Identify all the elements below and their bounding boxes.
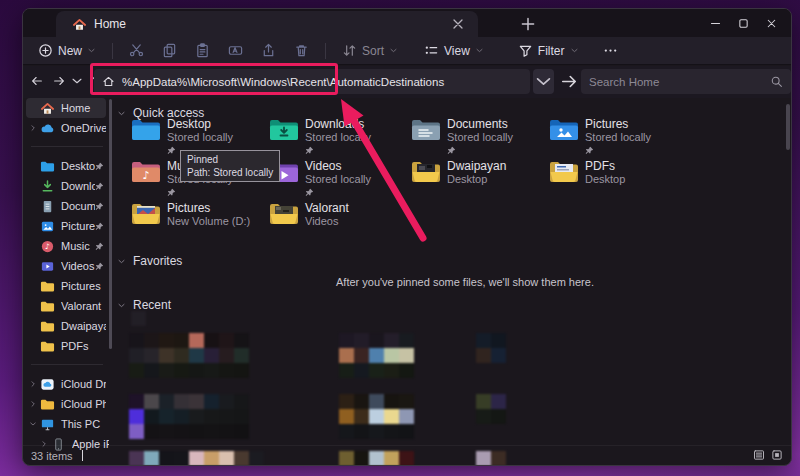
section-favorites[interactable]: Favorites bbox=[117, 254, 182, 268]
content-scrollbar[interactable] bbox=[786, 104, 790, 150]
sidebar-item-onedrive[interactable]: OneDrive bbox=[26, 118, 106, 138]
forward-button[interactable] bbox=[49, 70, 69, 92]
address-bar[interactable]: %AppData%\Microsoft\Windows\Recent\Autom… bbox=[94, 69, 530, 94]
tile-valorant[interactable]: ValorantVideos bbox=[269, 201, 401, 243]
tab-close-icon[interactable] bbox=[450, 16, 466, 32]
tile-documents[interactable]: DocumentsStored locally bbox=[411, 117, 543, 159]
sidebar-item-pictures[interactable]: Pictures bbox=[26, 276, 106, 296]
blurred-pixel bbox=[399, 333, 414, 348]
sidebar-item-pictures[interactable]: Pictures bbox=[26, 216, 106, 236]
sidebar-item-home[interactable]: Home bbox=[26, 98, 106, 118]
blurred-pixel bbox=[234, 409, 249, 424]
paste-button[interactable] bbox=[186, 39, 219, 63]
blurred-pixel bbox=[159, 409, 174, 424]
toolbar-separator bbox=[325, 43, 326, 59]
home-breadcrumb-icon bbox=[102, 75, 115, 88]
recent-locations-button[interactable] bbox=[70, 70, 84, 92]
blurred-pixel bbox=[189, 348, 204, 363]
cut-button[interactable] bbox=[120, 39, 153, 63]
sidebar-item-this-pc[interactable]: This PC bbox=[26, 414, 106, 434]
command-bar: New Sort View Filter bbox=[23, 37, 791, 65]
toolbar-separator bbox=[112, 43, 113, 59]
section-recent[interactable]: Recent bbox=[117, 298, 171, 312]
view-button[interactable]: View bbox=[415, 39, 493, 63]
blurred-pixel bbox=[204, 363, 219, 378]
pin-icon bbox=[167, 146, 176, 155]
sidebar-item-desktop[interactable]: Desktop bbox=[26, 156, 106, 176]
tile-downloads[interactable]: DownloadsStored locally bbox=[269, 117, 401, 159]
chevron-spacer bbox=[29, 222, 37, 230]
filter-button[interactable]: Filter bbox=[509, 39, 588, 63]
videos-play-icon bbox=[40, 259, 55, 274]
view-icon bbox=[424, 43, 439, 58]
pin-icon bbox=[95, 242, 104, 251]
tile-subtitle: Stored locally bbox=[305, 131, 371, 143]
tile-pictures[interactable]: PicturesStored locally bbox=[549, 117, 681, 159]
back-button[interactable] bbox=[27, 70, 47, 92]
minimize-button[interactable] bbox=[701, 11, 729, 35]
rename-icon bbox=[228, 43, 243, 58]
tile-name: Pictures bbox=[167, 201, 210, 215]
blurred-pixel bbox=[369, 424, 384, 439]
sort-button[interactable]: Sort bbox=[333, 39, 407, 63]
rename-button[interactable] bbox=[219, 39, 252, 63]
copy-button[interactable] bbox=[153, 39, 186, 63]
tile-videos[interactable]: VideosStored locally bbox=[269, 159, 401, 201]
sidebar-item-icloud-drive[interactable]: iCloud Drive bbox=[26, 374, 106, 394]
sidebar-item-videos[interactable]: Videos bbox=[26, 256, 106, 276]
new-tab-button[interactable] bbox=[519, 15, 537, 33]
cut-icon bbox=[129, 43, 144, 58]
chevron-right-icon[interactable] bbox=[29, 400, 37, 408]
sidebar-item-label: Pictures bbox=[61, 280, 106, 292]
sidebar-item-label: Downloads bbox=[61, 180, 95, 192]
tile-pdfs[interactable]: PDFsDesktop bbox=[549, 159, 681, 201]
details-view-toggle[interactable] bbox=[753, 449, 765, 461]
sidebar-scrollbar[interactable] bbox=[109, 99, 112, 349]
folder-yellow-icon bbox=[40, 339, 55, 354]
go-button[interactable] bbox=[559, 69, 579, 94]
sidebar-item-pdfs[interactable]: PDFs bbox=[26, 336, 106, 356]
chevron-right-icon[interactable] bbox=[29, 380, 37, 388]
new-button[interactable]: New bbox=[29, 39, 105, 63]
share-icon bbox=[261, 43, 276, 58]
search-input[interactable] bbox=[589, 76, 770, 88]
tile-subtitle: Videos bbox=[305, 215, 338, 227]
tab-home[interactable]: Home bbox=[56, 11, 478, 37]
address-path: %AppData%\Microsoft\Windows\Recent\Autom… bbox=[122, 76, 444, 88]
more-options-button[interactable] bbox=[594, 39, 627, 63]
sidebar-item-dwaipayan[interactable]: Dwaipayan bbox=[26, 316, 106, 336]
sidebar-item-label: This PC bbox=[61, 418, 106, 430]
music-disc-icon: ♪ bbox=[40, 239, 55, 254]
thumbnail-view-toggle[interactable] bbox=[771, 449, 783, 461]
pin-icon bbox=[447, 146, 456, 155]
share-button[interactable] bbox=[252, 39, 285, 63]
sidebar-item-downloads[interactable]: Downloads bbox=[26, 176, 106, 196]
close-button[interactable] bbox=[757, 11, 785, 35]
delete-button[interactable] bbox=[285, 39, 318, 63]
address-dropdown-button[interactable] bbox=[533, 69, 554, 94]
items-count: 33 items bbox=[31, 450, 73, 462]
blurred-pixel bbox=[129, 333, 144, 348]
chevron-down-icon[interactable] bbox=[29, 420, 37, 428]
section-label: Recent bbox=[133, 298, 171, 312]
folder-icon: ♪ bbox=[131, 160, 161, 184]
new-icon bbox=[38, 43, 53, 58]
screenshot-root: Home New bbox=[0, 0, 800, 476]
chevron-spacer bbox=[29, 342, 37, 350]
blurred-pixel bbox=[491, 394, 506, 409]
chevron-down-icon bbox=[117, 109, 126, 118]
sidebar-item-documents[interactable]: Documents bbox=[26, 196, 106, 216]
tile-pictures[interactable]: PicturesNew Volume (D:) bbox=[131, 201, 263, 243]
maximize-button[interactable] bbox=[729, 11, 757, 35]
sidebar-item-music[interactable]: ♪Music bbox=[26, 236, 106, 256]
blurred-pixel bbox=[399, 363, 414, 378]
blurred-pixel bbox=[339, 424, 354, 439]
sidebar-item-label: Valorant bbox=[61, 300, 106, 312]
sidebar-item-icloud-photos[interactable]: iCloud Photos bbox=[26, 394, 106, 414]
address-row: %AppData%\Microsoft\Windows\Recent\Autom… bbox=[23, 66, 791, 98]
tile-dwaipayan[interactable]: DwaipayanDesktop bbox=[411, 159, 543, 201]
chevron-right-icon[interactable] bbox=[29, 124, 37, 132]
blurred-pixel bbox=[491, 348, 506, 363]
tile-name: Documents bbox=[447, 117, 508, 131]
sidebar-item-valorant[interactable]: Valorant bbox=[26, 296, 106, 316]
